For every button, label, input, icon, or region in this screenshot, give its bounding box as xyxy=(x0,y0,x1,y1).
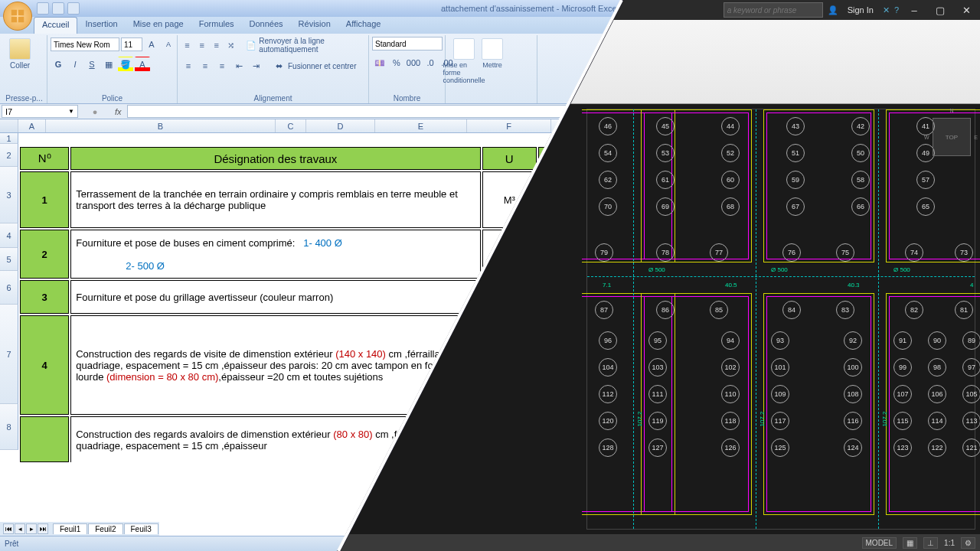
circle-114[interactable]: 114 xyxy=(928,412,946,430)
circle-98[interactable]: 98 xyxy=(928,358,946,377)
circle-110[interactable]: 110 xyxy=(721,385,740,403)
underline-button[interactable]: S xyxy=(84,57,100,72)
col-a[interactable]: A xyxy=(18,119,46,132)
minimize-icon[interactable]: – xyxy=(903,5,925,16)
help-icon[interactable]: ? xyxy=(894,5,899,15)
circle-81[interactable]: 81 xyxy=(955,301,973,319)
search-input[interactable] xyxy=(724,2,823,18)
first-sheet-icon[interactable]: ⏮ xyxy=(3,523,14,534)
align-top-icon[interactable]: ≡ xyxy=(181,37,194,53)
font-name-select[interactable] xyxy=(51,37,119,51)
col-c[interactable]: C xyxy=(276,119,306,132)
viewcube[interactable]: TOPNEW xyxy=(933,118,971,156)
fill-color-button[interactable]: 🪣 xyxy=(118,57,133,72)
circle-87[interactable]: 87 xyxy=(595,301,613,319)
percent-icon[interactable]: % xyxy=(389,55,404,70)
model-button[interactable]: MODEL xyxy=(862,537,897,549)
circle-90[interactable]: 90 xyxy=(928,331,946,350)
circle-100[interactable]: 100 xyxy=(844,358,862,377)
circle-127[interactable]: 127 xyxy=(648,439,667,457)
maximize-icon[interactable]: ▢ xyxy=(929,5,951,16)
border-button[interactable]: ▦ xyxy=(101,57,116,72)
align-center-icon[interactable]: ≡ xyxy=(198,58,213,73)
circle-111[interactable]: 111 xyxy=(648,385,667,403)
undo-icon[interactable] xyxy=(52,2,64,15)
circle-99[interactable]: 99 xyxy=(893,358,912,377)
align-right-icon[interactable]: ≡ xyxy=(214,58,230,73)
circle-112[interactable]: 112 xyxy=(599,385,617,403)
circle-128[interactable]: 128 xyxy=(599,439,617,457)
circle-113[interactable]: 113 xyxy=(962,412,980,430)
tab-donnees[interactable]: Données xyxy=(242,17,291,34)
sheet-tab-3[interactable]: Feuil3 xyxy=(124,523,158,534)
circle-66[interactable]: 66 xyxy=(851,197,870,216)
exchange-icon[interactable]: ✕ xyxy=(883,5,890,15)
circle-105[interactable]: 105 xyxy=(962,385,980,403)
circle-57[interactable]: 57 xyxy=(916,171,935,189)
tab-accueil[interactable]: Accueil xyxy=(34,17,77,34)
signin-button[interactable]: Sign In xyxy=(843,4,878,16)
circle-107[interactable]: 107 xyxy=(893,385,912,403)
ortho-icon[interactable]: ⊥ xyxy=(923,537,938,549)
align-middle-icon[interactable]: ≡ xyxy=(195,37,208,53)
circle-59[interactable]: 59 xyxy=(786,171,805,189)
align-bottom-icon[interactable]: ≡ xyxy=(210,37,223,53)
circle-89[interactable]: 89 xyxy=(962,331,980,350)
circle-68[interactable]: 68 xyxy=(721,197,740,216)
circle-69[interactable]: 69 xyxy=(656,197,675,216)
select-all-corner[interactable] xyxy=(0,119,18,132)
circle-115[interactable]: 115 xyxy=(893,412,912,430)
circle-46[interactable]: 46 xyxy=(599,117,617,135)
circle-101[interactable]: 101 xyxy=(771,358,789,377)
circle-118[interactable]: 118 xyxy=(721,412,740,430)
circle-74[interactable]: 74 xyxy=(905,243,923,262)
format-table-button[interactable]: Mettre xyxy=(481,37,504,70)
save-icon[interactable] xyxy=(37,2,49,15)
circle-70[interactable]: 70 xyxy=(599,197,617,216)
paste-button[interactable]: Coller xyxy=(5,37,35,71)
circle-82[interactable]: 82 xyxy=(905,301,923,319)
wrap-label[interactable]: Renvoyer à la ligne automatiquement xyxy=(259,37,365,54)
row-3[interactable]: 3 xyxy=(0,167,18,223)
row-5[interactable]: 5 xyxy=(0,248,18,271)
circle-44[interactable]: 44 xyxy=(721,117,740,135)
circle-77[interactable]: 77 xyxy=(710,243,728,262)
circle-62[interactable]: 62 xyxy=(599,171,617,189)
circle-108[interactable]: 108 xyxy=(844,385,862,403)
circle-85[interactable]: 85 xyxy=(710,301,728,319)
circle-106[interactable]: 106 xyxy=(928,385,946,403)
circle-95[interactable]: 95 xyxy=(648,331,667,350)
circle-94[interactable]: 94 xyxy=(721,331,740,350)
circle-45[interactable]: 45 xyxy=(656,117,675,135)
sheet-tab-2[interactable]: Feuil2 xyxy=(88,523,122,534)
circle-103[interactable]: 103 xyxy=(648,358,667,377)
row-7[interactable]: 7 xyxy=(0,305,18,404)
number-format-select[interactable] xyxy=(372,37,443,51)
circle-116[interactable]: 116 xyxy=(844,412,862,430)
circle-65[interactable]: 65 xyxy=(916,197,935,216)
scale-label[interactable]: 1:1 xyxy=(944,539,955,547)
row-2[interactable]: 2 xyxy=(0,144,18,167)
circle-43[interactable]: 43 xyxy=(786,117,805,135)
last-sheet-icon[interactable]: ⏭ xyxy=(38,523,48,534)
row-4[interactable]: 4 xyxy=(0,223,18,248)
row-8[interactable]: 8 xyxy=(0,404,18,450)
circle-96[interactable]: 96 xyxy=(599,331,617,350)
sheet-tab-1[interactable]: Feuil1 xyxy=(53,523,87,534)
tab-insertion[interactable]: Insertion xyxy=(77,17,125,34)
circle-120[interactable]: 120 xyxy=(599,412,617,430)
circle-102[interactable]: 102 xyxy=(721,358,740,377)
circle-78[interactable]: 78 xyxy=(656,243,675,262)
circle-83[interactable]: 83 xyxy=(836,301,854,319)
circle-73[interactable]: 73 xyxy=(955,243,973,262)
wrap-text-icon[interactable]: 📄 xyxy=(244,37,257,53)
merge-icon[interactable]: ⬌ xyxy=(271,58,286,73)
next-sheet-icon[interactable]: ▸ xyxy=(26,523,37,534)
circle-51[interactable]: 51 xyxy=(786,144,805,162)
autodesk-icon[interactable]: 👤 xyxy=(828,5,838,15)
circle-122[interactable]: 122 xyxy=(928,439,946,457)
circle-54[interactable]: 54 xyxy=(599,144,617,162)
orientation-icon[interactable]: ⤮ xyxy=(224,37,237,53)
tab-affichage[interactable]: Affichage xyxy=(338,17,389,34)
tab-mise-en-page[interactable]: Mise en page xyxy=(126,17,191,34)
